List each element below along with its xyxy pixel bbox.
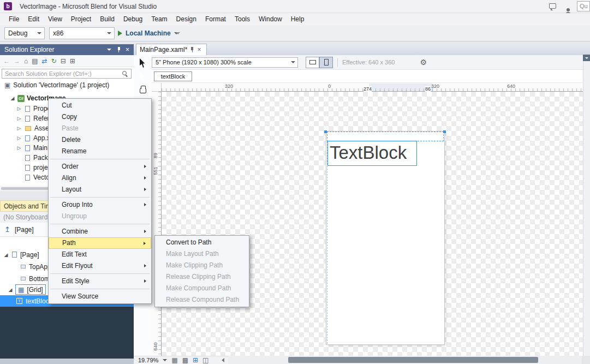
- expander-icon[interactable]: ▷: [16, 126, 22, 131]
- snap-grid-toggle[interactable]: ▩: [182, 355, 188, 364]
- horizontal-scrollbar[interactable]: [228, 356, 582, 364]
- scope-label: [Page]: [15, 226, 34, 234]
- menu-item-layout[interactable]: Layout: [49, 184, 151, 195]
- menu-tools[interactable]: Tools: [230, 13, 254, 26]
- menu-item-cut[interactable]: Cut: [49, 100, 151, 111]
- menu-item-group-into[interactable]: Group Into: [49, 199, 151, 211]
- menu-item-edit-style[interactable]: Edit Style: [49, 276, 151, 287]
- pin-icon[interactable]: [117, 47, 121, 53]
- selection-handle[interactable]: [324, 130, 327, 133]
- expander-icon[interactable]: ▷: [16, 116, 22, 121]
- scrollbar-thumb[interactable]: [1, 187, 49, 190]
- solution-search-input[interactable]: Search Solution Explorer (Ctrl+;): [2, 69, 132, 79]
- close-icon[interactable]: ×: [126, 46, 129, 53]
- menu-help[interactable]: Help: [287, 13, 309, 26]
- scroll-left-button[interactable]: [222, 358, 224, 362]
- menu-format[interactable]: Format: [201, 13, 230, 26]
- menu-edit[interactable]: Edit: [23, 13, 44, 26]
- feedback-icon[interactable]: [549, 3, 556, 9]
- start-debugging-button[interactable]: Local Machine: [118, 27, 178, 39]
- menu-item-delete[interactable]: Delete: [49, 134, 151, 146]
- xaml-file-icon: [25, 135, 30, 141]
- landscape-toggle-button[interactable]: [306, 57, 319, 68]
- expander-icon[interactable]: ◢: [3, 252, 9, 258]
- menu-item-convert-to-path[interactable]: Convert to Path: [155, 237, 249, 248]
- menu-item-order[interactable]: Order: [49, 161, 151, 172]
- solution-icon: ▣: [4, 80, 10, 90]
- expander-icon[interactable]: ◢: [10, 96, 15, 101]
- breadcrumb-textblock[interactable]: textBlock: [154, 71, 192, 81]
- snap-gridlines-toggle[interactable]: ⊞: [193, 355, 198, 364]
- scope-up-icon[interactable]: ↥: [4, 225, 10, 235]
- ruler-marker: 274: [363, 86, 372, 92]
- scope-icon[interactable]: ▤: [32, 56, 38, 66]
- menu-item-edit-flyout[interactable]: Edit Flyout: [49, 260, 151, 272]
- menu-item-rename[interactable]: Rename: [49, 146, 151, 157]
- expander-icon[interactable]: ▷: [16, 135, 22, 141]
- forward-icon[interactable]: →: [14, 56, 20, 66]
- menu-separator: [50, 224, 150, 224]
- menu-view[interactable]: View: [44, 13, 67, 26]
- titlebar: b VectorImage - Microsoft Blend for Visu…: [0, 0, 590, 13]
- pan-tool[interactable]: [139, 86, 146, 93]
- expander-icon[interactable]: ▷: [16, 106, 22, 111]
- refresh-icon[interactable]: ↻: [51, 56, 57, 66]
- back-icon[interactable]: ←: [3, 56, 10, 66]
- collapse-all-icon[interactable]: ⊟: [61, 56, 66, 66]
- portrait-toggle-button[interactable]: [319, 57, 333, 68]
- selection-tool[interactable]: [140, 58, 147, 68]
- menu-team[interactable]: Team: [147, 13, 171, 26]
- tab-label: MainPage.xaml*: [140, 46, 187, 53]
- menu-design[interactable]: Design: [172, 13, 201, 26]
- page-icon: [12, 252, 17, 258]
- tab-mainpage-xaml[interactable]: MainPage.xaml* ×: [136, 44, 207, 55]
- device-selector-dropdown[interactable]: 5" Phone (1920 x 1080) 300% scale: [152, 57, 298, 68]
- direct-selection-tool[interactable]: [140, 72, 147, 81]
- expander-icon[interactable]: ▷: [16, 145, 22, 151]
- platform-value: x86: [53, 29, 63, 37]
- menu-file[interactable]: File: [4, 13, 23, 26]
- window-position-icon[interactable]: [107, 49, 111, 51]
- sync-icon[interactable]: ⇄: [42, 56, 47, 66]
- annotations-toggle[interactable]: ◫: [202, 355, 208, 364]
- tree-row-solution[interactable]: ▣ Solution 'VectorImage' (1 project): [0, 80, 134, 90]
- menu-project[interactable]: Project: [67, 13, 96, 26]
- toolbar-overflow-icon[interactable]: [176, 32, 180, 34]
- gear-icon[interactable]: ⚙: [420, 57, 427, 67]
- menu-item-align[interactable]: Align: [49, 172, 151, 184]
- menu-window[interactable]: Window: [254, 13, 287, 26]
- menu-item-view-source[interactable]: View Source: [49, 291, 151, 302]
- menu-item-edit-text[interactable]: Edit Text: [49, 249, 151, 260]
- menu-item-path[interactable]: Path: [49, 237, 151, 249]
- vertical-scrollbar[interactable]: [583, 61, 590, 356]
- tab-list-dropdown-button[interactable]: [583, 55, 590, 61]
- menu-debug[interactable]: Debug: [119, 13, 147, 26]
- platform-dropdown[interactable]: x86: [49, 27, 115, 39]
- textblock-element[interactable]: TextBlock: [327, 141, 417, 166]
- window-title: VectorImage - Microsoft Blend for Visual…: [20, 0, 157, 13]
- chevron-down-icon[interactable]: [163, 359, 167, 361]
- home-icon[interactable]: ⌂: [24, 56, 28, 66]
- pin-icon[interactable]: [190, 47, 194, 53]
- ruler-label: 551: [153, 164, 158, 178]
- close-icon[interactable]: ×: [197, 46, 201, 53]
- vertical-ruler: [152, 92, 162, 356]
- quick-launch-input[interactable]: Qu: [577, 1, 590, 11]
- submenu-arrow-icon: [144, 279, 146, 283]
- ruler-label: 0: [328, 83, 331, 89]
- submenu-arrow-icon: [144, 230, 146, 233]
- textblock-icon: T: [16, 298, 22, 304]
- menu-build[interactable]: Build: [96, 13, 119, 26]
- submenu-arrow-icon: [144, 203, 146, 206]
- effective-resolution-label: Effective: 640 x 360: [342, 59, 395, 65]
- selection-handle[interactable]: [443, 130, 446, 133]
- show-all-files-icon[interactable]: ⊞: [70, 56, 75, 66]
- play-icon: [118, 31, 122, 36]
- menu-item-combine[interactable]: Combine: [49, 226, 151, 237]
- show-grid-toggle[interactable]: ▦: [171, 355, 177, 364]
- expander-icon[interactable]: ◢: [8, 287, 13, 293]
- scrollbar-thumb[interactable]: [288, 357, 538, 363]
- solution-config-dropdown[interactable]: Debug: [4, 27, 45, 39]
- zoom-value[interactable]: 19.79%: [138, 357, 158, 363]
- menu-item-copy[interactable]: Copy: [49, 111, 151, 123]
